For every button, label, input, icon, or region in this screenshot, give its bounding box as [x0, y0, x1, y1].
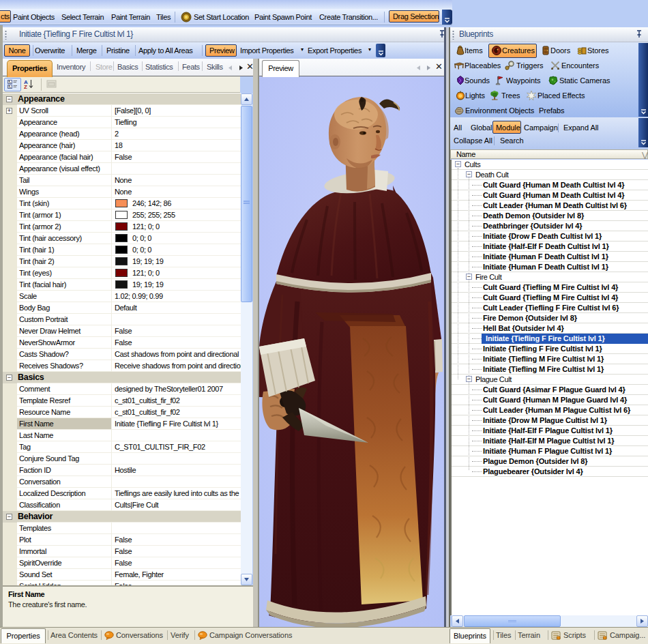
svg-text:Z: Z: [24, 84, 27, 89]
